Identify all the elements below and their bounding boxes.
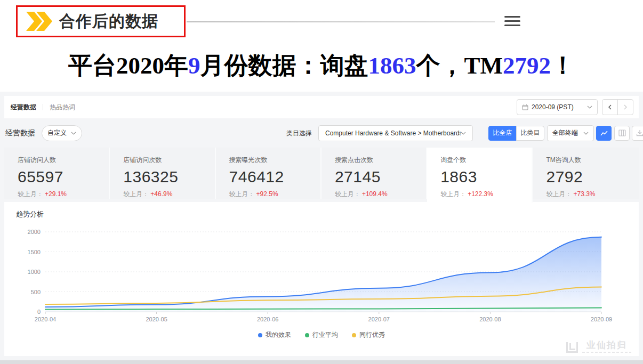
download-button[interactable] — [632, 126, 643, 141]
chevron-down-icon — [461, 132, 466, 135]
stat-card-tm-contacts[interactable]: TM咨询人数 2792 较上月：+73.3% — [533, 148, 638, 199]
header-divider-line — [187, 21, 495, 22]
calendar-icon — [522, 104, 528, 110]
slide-bottom-edge — [0, 360, 643, 364]
slide-title-box: 合作后的数据 — [16, 5, 186, 37]
terminal-select-value: 全部终端 — [552, 128, 578, 137]
category-label: 类目选择 — [286, 128, 312, 137]
y-axis-label: 1500 — [28, 249, 41, 255]
mom-value: +73.3% — [573, 190, 595, 198]
headline-part: 月份数据：询盘 — [200, 52, 368, 79]
stat-value: 2792 — [546, 168, 638, 186]
y-axis-label: 500 — [31, 289, 41, 295]
slide-title: 合作后的数据 — [59, 11, 158, 33]
x-axis-label: 2020-06 — [257, 316, 278, 322]
month-pager — [602, 99, 633, 115]
range-select[interactable]: 自定义 — [42, 125, 82, 141]
stat-label: 搜索曝光次数 — [229, 156, 320, 165]
analytics-dashboard: 经营数据 热品热词 2020-09 (PST) — [0, 92, 643, 360]
mom-value: +29.1% — [45, 190, 67, 198]
stat-label: 店铺访问人数 — [18, 156, 109, 165]
chart-title: 趋势分析 — [4, 209, 639, 219]
chart-legend: 我的效果行业平均同行优秀 — [4, 330, 639, 339]
legend-dot-icon — [352, 333, 356, 337]
stat-value: 746412 — [229, 168, 320, 186]
mom-label: 较上月： — [18, 190, 43, 198]
legend-label: 同行优秀 — [359, 330, 385, 339]
stat-label: 搜索点击次数 — [335, 156, 426, 165]
chevron-left-icon — [608, 104, 612, 110]
mom-value: +122.3% — [468, 190, 493, 198]
series-area — [45, 237, 601, 312]
x-axis-label: 2020-04 — [35, 316, 56, 322]
chevron-right-icon — [623, 104, 628, 110]
headline-part: 个，TM — [416, 52, 503, 79]
double-chevron-icon — [26, 12, 54, 31]
watermark-bracket-icon — [566, 342, 578, 353]
stat-label: TM咨询人数 — [546, 156, 638, 165]
range-select-value: 自定义 — [47, 128, 67, 137]
stat-value: 27145 — [335, 168, 426, 186]
filter-row: 经营数据 自定义 类目选择 Computer Hardware & Softwa… — [4, 118, 639, 148]
legend-item[interactable]: 我的效果 — [258, 330, 291, 339]
mom-label: 较上月： — [123, 190, 149, 198]
table-icon — [618, 130, 626, 136]
mom-label: 较上月： — [229, 190, 255, 198]
terminal-select[interactable]: 全部终端 — [547, 125, 594, 141]
download-icon — [636, 130, 643, 136]
menu-icon[interactable] — [504, 16, 520, 28]
stat-value: 1863 — [440, 168, 532, 186]
date-controls: 2020-09 (PST) — [517, 99, 633, 115]
headline-part-blue: 1863 — [368, 52, 416, 79]
headline-part: 平台2020年 — [68, 52, 188, 79]
stat-card-inquiries[interactable]: 询盘个数 1863 较上月：+122.3% — [427, 148, 533, 203]
stat-card-visitors[interactable]: 店铺访问人数 65597 较上月：+29.1% — [4, 148, 110, 199]
headline-part-blue: 9 — [188, 52, 200, 79]
tab-hot-items[interactable]: 热品热词 — [50, 103, 75, 112]
stat-value: 65597 — [18, 168, 109, 186]
legend-item[interactable]: 行业平均 — [305, 330, 338, 339]
mom-label: 较上月： — [440, 190, 466, 198]
chevron-down-icon — [587, 106, 592, 109]
stat-label: 店铺访问次数 — [123, 156, 214, 165]
y-axis-label: 2000 — [28, 229, 41, 235]
date-picker[interactable]: 2020-09 (PST) — [517, 99, 598, 115]
date-picker-value: 2020-09 (PST) — [532, 103, 574, 111]
chevron-down-icon — [71, 132, 76, 135]
compare-store-button[interactable]: 比全店 — [488, 126, 517, 141]
legend-label: 行业平均 — [312, 330, 338, 339]
x-axis-label: 2020-08 — [479, 316, 501, 322]
chart-view-button[interactable] — [596, 126, 612, 141]
headline-part-blue: 2792 — [503, 52, 551, 79]
next-month-button[interactable] — [617, 99, 633, 115]
stat-card-impressions[interactable]: 搜索曝光次数 746412 较上月：+92.5% — [216, 148, 322, 199]
stat-cards: 店铺访问人数 65597 较上月：+29.1% 店铺访问次数 136325 较上… — [4, 148, 639, 199]
compare-category-button[interactable]: 比类目 — [516, 126, 544, 141]
dashboard-tabs: 经营数据 热品热词 — [11, 103, 75, 112]
y-axis-label: 1000 — [28, 269, 41, 275]
trend-chart[interactable]: 05001000150020002020-042020-052020-06202… — [4, 226, 639, 327]
dashboard-topbar: 经营数据 热品热词 2020-09 (PST) — [4, 96, 639, 118]
stat-value: 136325 — [123, 168, 214, 186]
mom-label: 较上月： — [335, 190, 360, 198]
stat-card-visits[interactable]: 店铺访问次数 136325 较上月：+46.9% — [110, 148, 215, 199]
legend-item[interactable]: 同行优秀 — [352, 330, 385, 339]
legend-dot-icon — [305, 333, 309, 337]
compare-toggle: 比全店 比类目 — [488, 126, 544, 141]
category-select[interactable]: Computer Hardware & Software > Motherboa… — [318, 125, 473, 141]
table-view-button[interactable] — [614, 126, 630, 141]
mom-value: +109.4% — [362, 190, 388, 198]
x-axis-label: 2020-09 — [591, 316, 612, 322]
legend-label: 我的效果 — [266, 330, 291, 339]
stat-card-clicks[interactable]: 搜索点击次数 27145 较上月：+109.4% — [322, 148, 427, 199]
prev-month-button[interactable] — [602, 99, 618, 115]
tab-operating-data[interactable]: 经营数据 — [11, 103, 36, 112]
watermark-subtext-line — [582, 352, 631, 353]
headline-part: ！ — [551, 52, 575, 79]
legend-dot-icon — [258, 333, 262, 337]
section-label: 经营数据 — [5, 128, 35, 138]
mom-label: 较上月： — [546, 190, 572, 198]
category-select-value: Computer Hardware & Software > Motherboa… — [325, 130, 461, 137]
line-chart-icon — [600, 130, 608, 137]
trend-panel: 趋势分析 05001000150020002020-042020-052020-… — [4, 202, 639, 356]
